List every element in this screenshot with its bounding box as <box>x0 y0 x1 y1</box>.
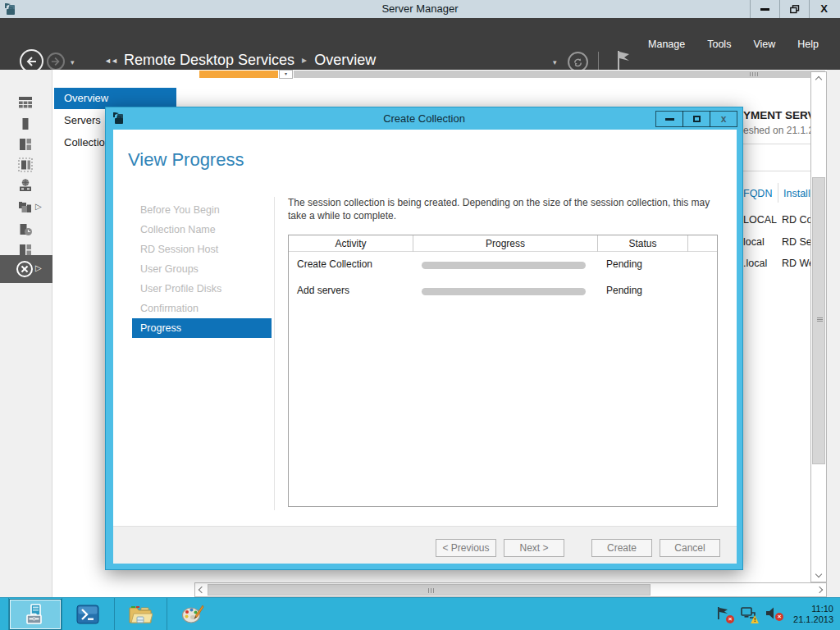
step-user-groups[interactable]: User Groups <box>132 259 272 279</box>
menu-view[interactable]: View <box>753 39 775 50</box>
progress-table-header: Activity Progress Status <box>289 235 717 252</box>
window-titlebar: Server Manager X <box>0 0 840 18</box>
column-header-fqdn[interactable]: FQDN <box>743 188 772 199</box>
next-button[interactable]: Next > <box>504 539 564 557</box>
back-arrow-icon <box>25 56 38 67</box>
dialog-body: View Progress Before You Begin Collectio… <box>113 130 737 564</box>
window-edge <box>827 70 840 597</box>
local-server-icon <box>18 116 33 131</box>
menu-tools[interactable]: Tools <box>707 39 731 50</box>
tray-flag-icon[interactable]: × <box>716 606 733 623</box>
menu-manage[interactable]: Manage <box>648 39 685 50</box>
task-progress-dropdown[interactable]: ▾ <box>279 70 293 79</box>
file-explorer-icon <box>128 604 153 625</box>
step-before-you-begin[interactable]: Before You Begin <box>132 200 272 220</box>
sidebar-item-dashboard[interactable] <box>0 93 52 114</box>
window-controls: X <box>750 0 838 18</box>
splitter-grip[interactable] <box>750 72 758 76</box>
forward-button[interactable] <box>47 52 65 71</box>
taskbar-clock[interactable]: 11:10 21.1.2013 <box>793 604 833 625</box>
restore-icon <box>790 5 800 14</box>
column-header-installed[interactable]: Installe <box>783 188 810 199</box>
error-badge: × <box>726 615 734 623</box>
server-fqdn-cell: local <box>743 236 765 248</box>
activity-cell: Add servers <box>297 285 349 296</box>
status-cell: Pending <box>606 258 642 270</box>
breadcrumb-remote-desktop-services[interactable]: Remote Desktop Services <box>124 52 294 68</box>
taskbar-file-explorer[interactable] <box>115 600 166 629</box>
system-tray: × ! × 11:10 21.1.2013 <box>708 598 833 630</box>
scroll-down-arrow[interactable] <box>811 568 826 580</box>
expand-arrow-icon[interactable]: ▷ <box>35 202 42 211</box>
breadcrumb: Remote Desktop Services▸Overview <box>124 52 376 69</box>
column-header-status[interactable]: Status <box>598 235 688 252</box>
clock-time: 11:10 <box>793 604 833 614</box>
server-role-cell: RD Ses <box>782 236 810 248</box>
vertical-scrollbar-thumb[interactable] <box>812 177 825 464</box>
scroll-right-arrow[interactable] <box>815 583 824 596</box>
column-header-blank <box>688 235 717 252</box>
sidebar-item-server-clock[interactable] <box>0 220 52 241</box>
column-header-activity[interactable]: Activity <box>289 235 413 252</box>
taskbar-divider <box>8 598 9 630</box>
sidebar-item-local-server[interactable] <box>0 114 52 135</box>
taskbar: × ! × 11:10 21.1.2013 <box>0 597 840 630</box>
sidebar-item-web-server[interactable] <box>0 176 52 197</box>
scroll-left-arrow[interactable] <box>197 583 207 596</box>
dialog-maximize-button[interactable] <box>682 111 710 127</box>
create-button[interactable]: Create <box>591 539 652 557</box>
dialog-minimize-button[interactable] <box>655 111 683 127</box>
sidebar-item-file-and-storage-services[interactable]: ▷ <box>0 198 52 219</box>
restore-button[interactable] <box>779 0 809 18</box>
table-row: Create Collection Pending <box>289 254 717 276</box>
cancel-button[interactable]: Cancel <box>660 539 720 557</box>
sidebar-item-remote-desktop-services[interactable]: ▷ <box>0 255 52 283</box>
taskbar-paint[interactable] <box>167 600 218 629</box>
breadcrumb-dropdown-caret[interactable]: ▾ <box>553 58 557 66</box>
breadcrumb-collapse-icon[interactable]: ◄◄ <box>104 57 117 65</box>
close-button[interactable]: X <box>809 0 838 18</box>
expand-arrow-icon[interactable]: ▷ <box>35 263 42 272</box>
clock-date: 21.1.2013 <box>793 614 833 625</box>
progress-table: Activity Progress Status Create Collecti… <box>288 235 718 507</box>
window-title: Server Manager <box>0 0 840 18</box>
progress-bar <box>422 262 586 269</box>
previous-button[interactable]: < Previous <box>436 539 496 557</box>
step-rd-session-host[interactable]: RD Session Host <box>132 240 272 259</box>
powershell-icon <box>76 604 99 625</box>
step-collection-name[interactable]: Collection Name <box>132 220 272 240</box>
scroll-up-arrow[interactable] <box>811 74 826 85</box>
horizontal-scrollbar-thumb[interactable] <box>208 584 651 596</box>
server-group-icon <box>18 158 33 172</box>
divider <box>743 171 810 171</box>
tray-network-icon[interactable]: ! <box>741 606 757 623</box>
minimize-button[interactable] <box>750 0 779 18</box>
refresh-icon <box>573 57 583 67</box>
dialog-close-button[interactable]: x <box>710 111 737 127</box>
step-progress[interactable]: Progress <box>132 318 272 338</box>
pane-splitter-bar <box>294 71 825 78</box>
menu-help[interactable]: Help <box>797 39 819 50</box>
history-dropdown-caret[interactable]: ▾ <box>71 58 75 66</box>
file-storage-icon <box>18 200 33 215</box>
vertical-scrollbar[interactable] <box>810 71 827 582</box>
tray-volume-icon[interactable]: × <box>765 606 782 623</box>
progress-description: The session collection is being created.… <box>288 196 721 222</box>
taskbar-powershell[interactable] <box>62 600 113 629</box>
notifications-flag-button[interactable] <box>614 49 632 72</box>
forward-arrow-icon <box>51 57 61 66</box>
column-divider <box>778 183 778 203</box>
server-manager-window: Server Manager X ▾ ◄◄ Remote Desktop Ser… <box>0 0 840 630</box>
taskbar-server-manager[interactable] <box>10 600 61 629</box>
step-confirmation[interactable]: Confirmation <box>132 299 272 318</box>
dialog-footer: < Previous Next > Create Cancel <box>113 526 737 564</box>
breadcrumb-overview[interactable]: Overview <box>314 52 376 68</box>
menu-bar: Manage Tools View Help <box>648 18 819 70</box>
scrollbar-grip <box>428 588 434 593</box>
horizontal-scrollbar[interactable] <box>194 582 827 597</box>
deployment-heading-fragment: YMENT SERV <box>743 109 810 121</box>
sidebar-item-all-servers[interactable] <box>0 135 52 156</box>
sidebar-item-server-group[interactable] <box>0 155 52 176</box>
step-user-profile-disks[interactable]: User Profile Disks <box>132 279 272 299</box>
column-header-progress[interactable]: Progress <box>413 235 598 252</box>
